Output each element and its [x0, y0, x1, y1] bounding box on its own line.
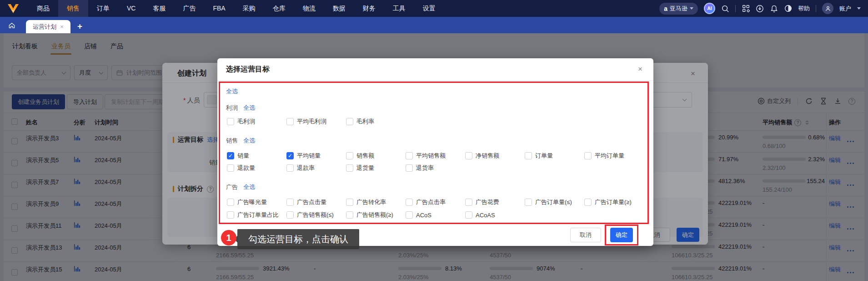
account-chevron-icon[interactable]: [857, 7, 861, 10]
select-goals-cancel-button[interactable]: 取消: [570, 228, 601, 242]
nav-item-orders[interactable]: 订单: [88, 0, 118, 17]
checkbox-label: 净销售额: [476, 152, 499, 160]
checkbox-ad-spend[interactable]: 广告花费: [465, 198, 525, 206]
checkbox-ad-ctr[interactable]: 广告点击率: [406, 198, 465, 206]
checkbox-ad-conversion-rate[interactable]: 广告转化率: [346, 198, 406, 206]
checkbox-icon[interactable]: [286, 164, 294, 172]
group-ads-select-all[interactable]: 全选: [243, 183, 255, 191]
group-profit-select-all[interactable]: 全选: [243, 104, 255, 112]
nav-item-service[interactable]: 客服: [144, 0, 174, 17]
nav-item-sales[interactable]: 销售: [58, 0, 88, 17]
select-goals-close-icon[interactable]: ×: [638, 65, 642, 74]
checkbox-icon[interactable]: [406, 211, 413, 219]
select-goals-modal: 选择运营目标 × 全选 利润 全选 毛利润 平均毛利润 毛利率 销售 全选 销量…: [217, 58, 653, 246]
checkbox-ad-orders-ge[interactable]: 广告订单量(≥): [584, 198, 644, 206]
checkbox-ad-order-share[interactable]: 广告订单量占比: [227, 211, 286, 219]
brand-logo-icon[interactable]: [0, 4, 28, 14]
checkbox-icon[interactable]: [346, 164, 353, 172]
checkbox-acos[interactable]: ACoS: [406, 211, 465, 219]
checkbox-label: ACoS: [416, 212, 431, 219]
checkbox-return-count[interactable]: 退货量: [346, 164, 406, 172]
checkbox-icon[interactable]: [465, 152, 472, 159]
checkbox-icon[interactable]: [227, 118, 234, 125]
checkbox-icon[interactable]: [406, 164, 413, 172]
nav-item-fba[interactable]: FBA: [204, 0, 234, 17]
nav-item-settings[interactable]: 设置: [414, 0, 444, 17]
nav-item-logistics[interactable]: 物流: [294, 0, 324, 17]
checkbox-icon[interactable]: [227, 164, 234, 172]
checkbox-net-sales[interactable]: 净销售额: [465, 152, 525, 160]
checkbox-order-count[interactable]: 订单量: [525, 152, 584, 160]
checkbox-return-rate[interactable]: 退货率: [406, 164, 465, 172]
checkbox-icon[interactable]: [584, 199, 592, 206]
checkbox-icon[interactable]: [286, 211, 294, 219]
checkbox-icon[interactable]: [227, 199, 234, 206]
checkbox-icon[interactable]: [465, 199, 472, 206]
nav-item-products[interactable]: 商品: [28, 0, 58, 17]
user-avatar-icon[interactable]: [822, 3, 833, 14]
checkbox-refund-rate[interactable]: 退款率: [286, 164, 346, 172]
search-icon[interactable]: [721, 5, 729, 13]
checkbox-icon[interactable]: [227, 152, 234, 159]
checkbox-acoas[interactable]: ACoAS: [465, 211, 525, 219]
checkbox-ad-sales-le[interactable]: 广告销售额(≤): [286, 211, 346, 219]
apps-grid-icon[interactable]: [742, 5, 750, 13]
ai-assistant-button[interactable]: AI: [704, 3, 715, 14]
notifications-bell-icon[interactable]: [770, 5, 778, 13]
checkbox-avg-order-count[interactable]: 平均订单量: [584, 152, 644, 160]
checkbox-gross-margin[interactable]: 毛利率: [346, 118, 406, 126]
account-label[interactable]: 账户: [839, 5, 851, 13]
nav-item-data[interactable]: 数据: [324, 0, 354, 17]
nav-item-purchase[interactable]: 采购: [234, 0, 264, 17]
checkbox-avg-sales-amount[interactable]: 平均销售额: [406, 152, 465, 160]
checkbox-icon[interactable]: [346, 211, 353, 219]
group-ads: 广告 全选: [226, 183, 255, 191]
tab-close-icon[interactable]: ×: [60, 23, 64, 30]
checkbox-icon[interactable]: [346, 118, 353, 125]
checkbox-avg-sales-volume[interactable]: 平均销量: [286, 152, 346, 160]
checkbox-icon[interactable]: [227, 211, 234, 219]
checkbox-icon[interactable]: [525, 199, 532, 206]
checkbox-ad-sales-ge[interactable]: 广告销售额(≥): [346, 211, 406, 219]
checkbox-refund-count[interactable]: 退款量: [227, 164, 286, 172]
checkbox-icon[interactable]: [346, 199, 353, 206]
nav-item-vc[interactable]: VC: [118, 0, 144, 17]
checkbox-ad-clicks[interactable]: 广告点击量: [286, 198, 346, 206]
tab-operation-plan[interactable]: 运营计划 ×: [26, 20, 70, 33]
checkbox-gross-profit[interactable]: 毛利润: [227, 118, 286, 126]
checkbox-icon[interactable]: [286, 199, 294, 206]
new-tab-button[interactable]: +: [77, 21, 82, 31]
checkbox-icon[interactable]: [406, 199, 413, 206]
checkbox-icon[interactable]: [584, 152, 592, 159]
help-link[interactable]: 帮助: [798, 5, 810, 13]
checkbox-icon[interactable]: [406, 152, 413, 159]
checkbox-ad-impressions[interactable]: 广告曝光量: [227, 198, 286, 206]
checkbox-sales-volume[interactable]: 销量: [227, 152, 286, 160]
marketplace-label: 亚马逊: [670, 5, 687, 13]
theme-toggle-icon[interactable]: [784, 5, 792, 13]
checkbox-icon[interactable]: [346, 152, 353, 159]
chevron-down-icon: [690, 7, 693, 10]
checkbox-label: 广告订单量(≥): [595, 198, 632, 206]
checkbox-sales-amount[interactable]: 销售额: [346, 152, 406, 160]
checkbox-label: 广告订单量占比: [237, 211, 279, 219]
nav-item-ads[interactable]: 广告: [174, 0, 204, 17]
download-center-icon[interactable]: [756, 5, 764, 13]
checkbox-icon[interactable]: [525, 152, 532, 159]
select-all-link[interactable]: 全选: [226, 87, 238, 96]
checkbox-avg-gross-profit[interactable]: 平均毛利润: [286, 118, 346, 126]
checkbox-icon[interactable]: [465, 211, 472, 219]
checkbox-icon[interactable]: [286, 118, 294, 125]
group-sales-select-all[interactable]: 全选: [243, 137, 255, 145]
nav-item-tools[interactable]: 工具: [384, 0, 414, 17]
nav-item-finance[interactable]: 财务: [354, 0, 384, 17]
nav-item-warehouse[interactable]: 仓库: [264, 0, 294, 17]
home-tab-button[interactable]: [5, 20, 18, 31]
amazon-logo-icon: a: [664, 5, 667, 12]
checkbox-icon[interactable]: [286, 152, 294, 159]
checkbox-label: 广告转化率: [356, 198, 386, 206]
marketplace-switcher[interactable]: a 亚马逊: [659, 3, 698, 15]
select-goals-ok-button[interactable]: 确定: [610, 228, 633, 242]
checkbox-ad-orders-le[interactable]: 广告订单量(≤): [525, 198, 584, 206]
tab-label: 运营计划: [33, 23, 56, 31]
